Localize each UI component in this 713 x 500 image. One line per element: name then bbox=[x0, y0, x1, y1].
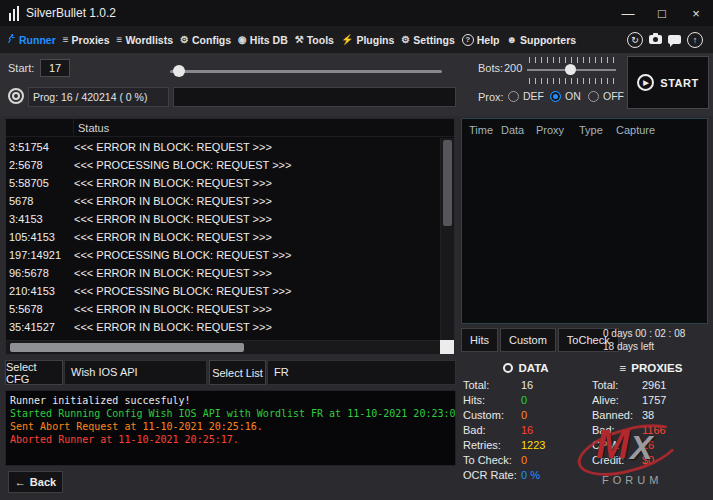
stat-retries: Retries:1223 bbox=[463, 437, 589, 452]
menu-settings-label: Settings bbox=[413, 34, 454, 46]
proxy-stat-cpm: CPM:16 bbox=[592, 437, 710, 452]
list-item[interactable]: 5678<<< ERROR IN BLOCK: REQUEST >>> bbox=[6, 192, 440, 210]
configs-gear-icon: ⚙ bbox=[180, 35, 189, 45]
row-status: <<< PROCESSING BLOCK: REQUEST >>> bbox=[74, 249, 291, 261]
time-column-header[interactable]: Time bbox=[469, 124, 501, 136]
tab-hits[interactable]: Hits bbox=[461, 328, 498, 352]
silverbullet-window: SilverBullet 1.0.2 — □ × Runner ≡ Proxie… bbox=[0, 0, 713, 500]
chat-icon[interactable] bbox=[668, 35, 681, 44]
proxy-column-header[interactable]: Proxy bbox=[536, 124, 579, 136]
start-position-slider[interactable] bbox=[170, 64, 442, 78]
list-header: Status bbox=[6, 119, 454, 137]
scrollbar-thumb[interactable] bbox=[443, 140, 452, 226]
list-item[interactable]: 197:14921<<< PROCESSING BLOCK: REQUEST >… bbox=[6, 246, 440, 264]
row-id: 96:5678 bbox=[6, 267, 74, 279]
start-button[interactable]: ▶ START bbox=[627, 56, 709, 109]
proxies-stats-panel: ≡ PROXIES Total:2961 Alive:1757 Banned:3… bbox=[592, 358, 710, 467]
log-line: Aborted Runner at 11-10-2021 20:25:17. bbox=[10, 433, 451, 446]
history-icon[interactable]: ↻ bbox=[627, 32, 643, 48]
main-menu: Runner ≡ Proxies ≡ Wordlists ⚙ Configs ◉… bbox=[0, 26, 713, 53]
select-list-button[interactable]: Select List bbox=[209, 360, 266, 385]
upload-icon[interactable]: ↑ bbox=[687, 32, 703, 48]
row-id: 3:4153 bbox=[6, 213, 74, 225]
hits-tabs: Hits Custom ToCheck bbox=[461, 328, 619, 352]
select-cfg-button[interactable]: Select CFG bbox=[5, 360, 63, 385]
slider-ticks bbox=[529, 78, 614, 84]
back-arrow-icon: ← bbox=[15, 476, 26, 488]
tools-wrench-icon: ⚒ bbox=[295, 35, 304, 45]
proxy-stat-banned: Banned:38 bbox=[592, 407, 710, 422]
row-id: 3:51754 bbox=[6, 141, 74, 153]
proxy-radio-off[interactable]: OFF bbox=[588, 90, 624, 102]
menu-runner[interactable]: Runner bbox=[6, 33, 56, 46]
menu-hits-db[interactable]: ◉ Hits DB bbox=[238, 34, 288, 46]
wordlist-name-field[interactable]: FR bbox=[267, 360, 456, 385]
menu-wordlists[interactable]: ≡ Wordlists bbox=[117, 34, 174, 46]
row-id: 5:5678 bbox=[6, 303, 74, 315]
radio-circle-icon bbox=[508, 91, 519, 102]
list-item[interactable]: 210:4153<<< PROCESSING BLOCK: REQUEST >>… bbox=[6, 282, 440, 300]
menu-supporters[interactable]: ☻ Supporters bbox=[507, 34, 577, 46]
proxy-stat-credit: Credit:$0 bbox=[592, 452, 710, 467]
stat-tocheck: To Check:0 bbox=[463, 452, 589, 467]
menu-help[interactable]: ? Help bbox=[462, 34, 500, 46]
tab-custom[interactable]: Custom bbox=[500, 328, 556, 352]
wordlists-icon: ≡ bbox=[117, 35, 123, 45]
menu-proxies[interactable]: ≡ Proxies bbox=[63, 34, 110, 46]
hits-table-header: Time Data Proxy Type Capture bbox=[462, 119, 707, 136]
config-name-field[interactable]: Wish IOS API bbox=[64, 360, 207, 385]
proxy-radio-on[interactable]: ON bbox=[550, 90, 581, 102]
start-button-label: START bbox=[660, 77, 698, 89]
proxy-radio-def[interactable]: DEF bbox=[508, 90, 544, 102]
menu-settings[interactable]: ⚙ Settings bbox=[401, 34, 454, 46]
bots-slider[interactable] bbox=[527, 57, 616, 84]
close-icon[interactable]: × bbox=[679, 0, 713, 26]
row-id: 2:5678 bbox=[6, 159, 74, 171]
play-icon: ▶ bbox=[637, 74, 654, 91]
start-position-input[interactable] bbox=[40, 59, 70, 77]
camera-icon[interactable] bbox=[649, 35, 662, 44]
list-item[interactable]: 5:58705<<< ERROR IN BLOCK: REQUEST >>> bbox=[6, 174, 440, 192]
start-label: Start: bbox=[8, 62, 34, 74]
window-controls: — □ × bbox=[611, 0, 713, 26]
list-item[interactable]: 5:5678<<< ERROR IN BLOCK: REQUEST >>> bbox=[6, 300, 440, 318]
progress-circle-icon[interactable] bbox=[8, 88, 24, 104]
plugins-icon: ⚡ bbox=[341, 35, 353, 45]
list-item[interactable]: 2:5678<<< PROCESSING BLOCK: REQUEST >>> bbox=[6, 156, 440, 174]
data-column-header[interactable]: Data bbox=[501, 124, 536, 136]
list-item[interactable]: 3:4153<<< ERROR IN BLOCK: REQUEST >>> bbox=[6, 210, 440, 228]
row-status: <<< ERROR IN BLOCK: REQUEST >>> bbox=[74, 141, 272, 153]
runner-log[interactable]: Runner initialized succesfuly! Started R… bbox=[5, 390, 456, 466]
row-id: 35:41527 bbox=[6, 321, 74, 333]
row-id: 5678 bbox=[6, 195, 74, 207]
back-button[interactable]: ← Back bbox=[8, 471, 63, 493]
row-id: 105:4153 bbox=[6, 231, 74, 243]
list-item[interactable]: 96:5678<<< ERROR IN BLOCK: REQUEST >>> bbox=[6, 264, 440, 282]
proxies-icon: ≡ bbox=[63, 35, 69, 45]
scrollbar-thumb[interactable] bbox=[10, 343, 244, 352]
list-rows: 3:51754<<< ERROR IN BLOCK: REQUEST >>> 2… bbox=[6, 138, 440, 340]
menu-configs[interactable]: ⚙ Configs bbox=[180, 34, 231, 46]
menu-plugins[interactable]: ⚡ Plugins bbox=[341, 34, 394, 46]
capture-column-header[interactable]: Capture bbox=[616, 124, 655, 136]
stat-custom: Custom:0 bbox=[463, 407, 589, 422]
slider-thumb[interactable] bbox=[565, 64, 576, 75]
slider-thumb[interactable] bbox=[173, 65, 185, 77]
minimize-icon[interactable]: — bbox=[611, 0, 645, 26]
slider-ticks bbox=[529, 57, 614, 63]
list-item[interactable]: 105:4153<<< ERROR IN BLOCK: REQUEST >>> bbox=[6, 228, 440, 246]
maximize-icon[interactable]: □ bbox=[645, 0, 679, 26]
horizontal-scrollbar[interactable] bbox=[6, 340, 440, 354]
proxies-panel-title: PROXIES bbox=[631, 362, 682, 374]
status-column-header[interactable]: Status bbox=[74, 122, 109, 134]
menu-tools[interactable]: ⚒ Tools bbox=[295, 34, 334, 46]
watermark-forum-text: FORUM bbox=[602, 474, 662, 486]
type-column-header[interactable]: Type bbox=[579, 124, 616, 136]
list-item[interactable]: 35:41527<<< ERROR IN BLOCK: REQUEST >>> bbox=[6, 318, 440, 336]
menu-proxies-label: Proxies bbox=[72, 34, 110, 46]
hits-table: Time Data Proxy Type Capture bbox=[461, 118, 708, 324]
settings-gear-icon: ⚙ bbox=[401, 35, 410, 45]
log-line: Started Running Config Wish IOS API with… bbox=[10, 407, 451, 420]
vertical-scrollbar[interactable] bbox=[440, 138, 454, 340]
list-item[interactable]: 3:51754<<< ERROR IN BLOCK: REQUEST >>> bbox=[6, 138, 440, 156]
